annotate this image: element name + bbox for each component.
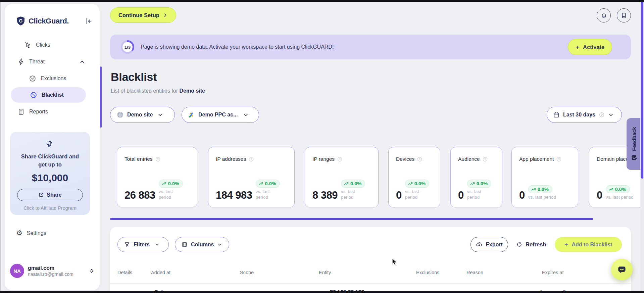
promo-amount: $10,000 (10, 172, 90, 184)
svg-text:?: ? (251, 158, 252, 161)
page-scrollbar[interactable] (640, 0, 644, 293)
delta-badge: 0.0% (528, 185, 552, 193)
chat-bubble-icon (617, 264, 627, 275)
stat-value: 26 883 (125, 190, 155, 200)
question-circle-icon[interactable]: ? (482, 156, 488, 162)
feedback-chat-icon (631, 154, 638, 161)
stat-card-devices: Devices ? 0 0.0% vs. last period (388, 147, 440, 207)
svg-text:?: ? (601, 113, 603, 116)
svg-text:?: ? (419, 158, 420, 161)
svg-text:G: G (19, 18, 23, 23)
add-to-blacklist-label: Add to Blacklist (572, 242, 612, 248)
question-circle-icon[interactable]: ? (417, 156, 423, 162)
account-email: naatali.ro@gmail.com (28, 272, 73, 277)
sidebar-collapse-icon[interactable] (84, 17, 93, 26)
col-header-added-at[interactable]: Added at (151, 270, 170, 275)
affiliate-promo-card[interactable]: Share ClickGuard and get up to $10,000 S… (10, 132, 90, 215)
stat-card-ip-ranges: IP ranges ? 8 389 0.0% vs. last period (305, 147, 379, 207)
sort-chevrons-icon[interactable] (89, 268, 95, 274)
stat-label: Audience (458, 156, 480, 162)
delta-badge: 0.0% (606, 185, 630, 193)
sidebar-item-reports[interactable]: Reports (17, 105, 91, 118)
subtitle-text: List of blacklisted entities for (111, 88, 180, 94)
date-range-value: Last 30 days (563, 112, 595, 118)
col-header-details[interactable]: Details (117, 270, 132, 275)
add-to-blacklist-button[interactable]: + Add to Blacklist (555, 237, 622, 252)
ban-icon (30, 91, 37, 99)
shield-logo-icon: G (16, 16, 26, 26)
window-edge-bottom (0, 291, 644, 293)
stat-value: 8 389 (312, 190, 338, 200)
question-circle-icon[interactable]: ? (599, 112, 605, 118)
filters-label: Filters (134, 242, 150, 248)
stat-period: vs. last period (341, 189, 362, 200)
page-subtitle: List of blacklisted entities for Demo si… (111, 88, 205, 94)
chevron-up-icon[interactable] (79, 59, 85, 65)
chat-launcher-button[interactable] (611, 259, 633, 280)
stat-period: vs. last period (467, 189, 488, 200)
question-circle-icon[interactable]: ? (155, 156, 161, 162)
cards-horizontal-scrollbar[interactable] (110, 218, 593, 220)
stat-label: App placement (519, 156, 554, 162)
notifications-button[interactable] (597, 8, 611, 22)
svg-text:?: ? (558, 158, 560, 161)
sidebar-item-clicks[interactable]: Clicks (24, 38, 91, 52)
sidebar-item-settings[interactable]: ⚙ Settings (16, 230, 46, 237)
site-selector[interactable]: Demo site (110, 107, 175, 123)
col-header-reason[interactable]: Reason (466, 270, 483, 275)
refresh-button[interactable]: Refresh (516, 237, 546, 252)
chevron-down-icon (157, 112, 163, 118)
question-circle-icon[interactable]: ? (248, 156, 254, 162)
ppc-account-value: Demo PPC ac... (198, 112, 238, 118)
sidebar-item-threat[interactable]: Threat (17, 55, 94, 68)
stat-card-audience: Audience ? 0 0.0% vs. last period (450, 147, 502, 207)
activate-button[interactable]: + Activate (568, 39, 612, 55)
feedback-tab[interactable]: Feedback (627, 118, 642, 170)
sidebar-scrollbar[interactable] (100, 66, 102, 128)
sidebar-item-label: Clicks (36, 42, 50, 48)
account-name: gmail.com (28, 265, 73, 271)
account-switcher[interactable]: NA gmail.com naatali.ro@gmail.com (10, 264, 95, 278)
continue-setup-button[interactable]: Continue Setup (110, 7, 176, 23)
export-label: Export (486, 242, 503, 248)
plus-icon: + (564, 241, 568, 248)
brand-logo[interactable]: G ClickGuard. (16, 16, 69, 26)
trend-up-icon (470, 182, 475, 186)
megaphone-icon (46, 139, 54, 148)
chevron-down-icon (217, 242, 222, 247)
gear-icon: ⚙ (16, 230, 22, 237)
export-button[interactable]: Export (470, 237, 508, 252)
sidebar-item-exclusions[interactable]: Exclusions (29, 72, 91, 85)
delta-badge: 0.0% (256, 180, 280, 188)
col-header-exclusions[interactable]: Exclusions (416, 270, 439, 275)
book-icon (621, 12, 627, 19)
plus-icon: + (576, 44, 580, 51)
docs-button[interactable] (617, 8, 631, 22)
col-header-scope[interactable]: Scope (240, 270, 254, 275)
date-range-selector[interactable]: Last 30 days ? (547, 107, 622, 123)
col-header-entity[interactable]: Entity (319, 270, 331, 275)
filters-dropdown[interactable]: Filters (117, 237, 169, 252)
question-circle-icon[interactable]: ? (337, 156, 343, 162)
question-circle-icon[interactable]: ? (556, 156, 562, 162)
share-button-label: Share (47, 192, 61, 198)
sidebar-item-label: Reports (29, 109, 48, 115)
col-header-expires-at[interactable]: Expires at (542, 270, 563, 275)
banner-message: Page is showing demo data. Activate your… (141, 44, 334, 50)
ppc-account-selector[interactable]: Demo PPC ac... (182, 107, 259, 123)
sidebar-item-label: Threat (29, 59, 45, 65)
trend-up-icon (609, 187, 613, 191)
stat-period: vs. last period (405, 189, 426, 200)
delta-badge: 0.0% (405, 180, 429, 188)
promo-caption: Click to Affiliate Program (10, 205, 90, 211)
trend-up-icon (408, 182, 413, 186)
trend-up-icon (531, 187, 536, 191)
sidebar-item-blacklist[interactable]: Blacklist (11, 87, 86, 103)
stat-label: Devices (396, 156, 414, 162)
stat-value: 184 983 (216, 190, 252, 200)
share-button[interactable]: Share (17, 189, 83, 201)
columns-dropdown[interactable]: Columns (175, 237, 229, 252)
chevron-down-icon (154, 242, 160, 247)
stat-value: 0 (519, 190, 525, 200)
page-scrollbar-thumb[interactable] (641, 0, 643, 179)
